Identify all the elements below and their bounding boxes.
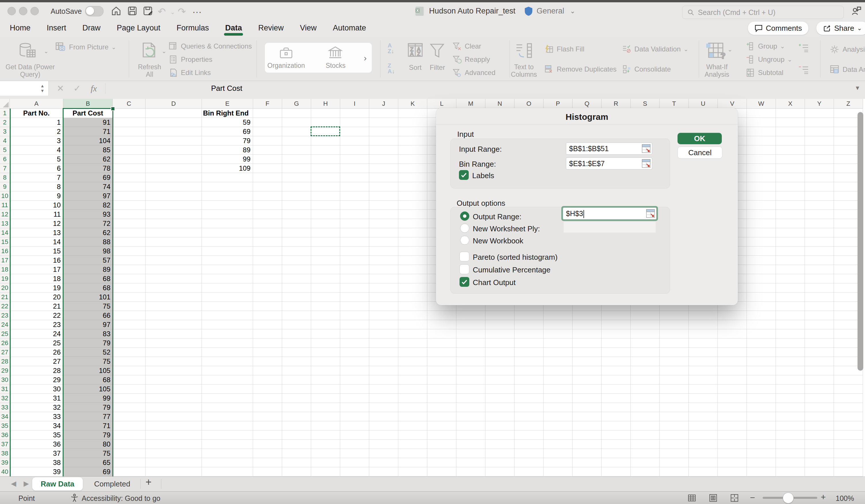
cell-G37[interactable] <box>282 439 311 449</box>
cell-K6[interactable] <box>398 155 427 164</box>
input-range-field[interactable]: $B$1:$B$51 <box>566 142 652 155</box>
cell-H37[interactable] <box>311 439 340 449</box>
row-header-23[interactable]: 23 <box>0 311 10 320</box>
cell-K15[interactable] <box>398 237 427 247</box>
cell-X29[interactable] <box>776 366 805 375</box>
cell-D15[interactable] <box>146 237 202 247</box>
cell-X14[interactable] <box>776 228 805 237</box>
cell-H38[interactable] <box>311 449 340 458</box>
sort-ascending-icon[interactable]: AZ↓ <box>388 43 394 54</box>
cell-E11[interactable] <box>202 201 253 210</box>
cell-K4[interactable] <box>398 136 427 145</box>
row-header-16[interactable]: 16 <box>0 247 10 256</box>
row-header-33[interactable]: 33 <box>0 403 10 412</box>
cell-G21[interactable] <box>282 293 311 302</box>
cell-E39[interactable] <box>202 458 253 467</box>
cell-Y4[interactable] <box>805 136 834 145</box>
cell-J33[interactable] <box>369 403 398 412</box>
cell-S30[interactable] <box>631 375 660 385</box>
cell-X3[interactable] <box>776 127 805 136</box>
people-presence-icon[interactable] <box>851 5 862 17</box>
cell-D40[interactable] <box>146 467 202 477</box>
cell-E25[interactable] <box>202 329 253 339</box>
cell-W21[interactable] <box>747 293 776 302</box>
hide-detail-icon[interactable] <box>797 65 810 75</box>
cell-K38[interactable] <box>398 449 427 458</box>
cell-C14[interactable] <box>113 228 146 237</box>
cell-U24[interactable] <box>689 320 718 329</box>
cell-Z33[interactable] <box>834 403 863 412</box>
undo-icon[interactable]: ↶ <box>158 6 166 17</box>
column-header-K[interactable]: K <box>398 99 427 109</box>
cell-W22[interactable] <box>747 302 776 311</box>
cell-H27[interactable] <box>311 348 340 357</box>
cell-O37[interactable] <box>515 439 543 449</box>
column-header-D[interactable]: D <box>146 99 202 109</box>
cell-K33[interactable] <box>398 403 427 412</box>
cell-A31[interactable]: 30 <box>10 385 63 394</box>
cell-O38[interactable] <box>515 449 543 458</box>
flash-fill-button[interactable]: Flash Fill <box>544 44 584 54</box>
cell-Y34[interactable] <box>805 412 834 421</box>
row-header-31[interactable]: 31 <box>0 385 10 394</box>
cell-P34[interactable] <box>543 412 573 421</box>
cell-H23[interactable] <box>311 311 340 320</box>
cell-Q33[interactable] <box>573 403 602 412</box>
cell-O31[interactable] <box>515 385 543 394</box>
cell-I27[interactable] <box>340 348 369 357</box>
cell-C10[interactable] <box>113 191 146 201</box>
cell-E27[interactable] <box>202 348 253 357</box>
cell-X6[interactable] <box>776 155 805 164</box>
cell-E3[interactable]: 69 <box>202 127 253 136</box>
cell-D31[interactable] <box>146 385 202 394</box>
row-header-36[interactable]: 36 <box>0 431 10 439</box>
cell-Y23[interactable] <box>805 311 834 320</box>
cell-V37[interactable] <box>718 439 747 449</box>
cell-H21[interactable] <box>311 293 340 302</box>
cell-I28[interactable] <box>340 357 369 366</box>
cell-U36[interactable] <box>689 431 718 439</box>
get-data-label[interactable]: Get Data (Power Query) <box>1 63 59 78</box>
cell-V32[interactable] <box>718 394 747 403</box>
cell-L24[interactable] <box>427 320 457 329</box>
cell-A1[interactable]: Part No. <box>10 109 63 118</box>
subtotal-button[interactable]: Subtotal <box>745 68 783 78</box>
reapply-filter-button[interactable]: Reapply <box>452 55 490 65</box>
cell-F29[interactable] <box>253 366 282 375</box>
row-header-11[interactable]: 11 <box>0 201 10 210</box>
cell-D33[interactable] <box>146 403 202 412</box>
cell-F24[interactable] <box>253 320 282 329</box>
cell-F32[interactable] <box>253 394 282 403</box>
cell-G3[interactable] <box>282 127 311 136</box>
advanced-filter-button[interactable]: Advanced <box>452 68 495 78</box>
cell-E8[interactable] <box>202 173 253 182</box>
cell-J14[interactable] <box>369 228 398 237</box>
cell-P24[interactable] <box>543 320 573 329</box>
tab-formulas[interactable]: Formulas <box>176 20 209 36</box>
more-commands-icon[interactable]: … <box>192 4 202 15</box>
cell-C1[interactable] <box>113 109 146 118</box>
cell-K29[interactable] <box>398 366 427 375</box>
cell-U23[interactable] <box>689 311 718 320</box>
cell-H26[interactable] <box>311 339 340 348</box>
cell-H6[interactable] <box>311 155 340 164</box>
cell-X18[interactable] <box>776 265 805 274</box>
cell-V24[interactable] <box>718 320 747 329</box>
cell-L34[interactable] <box>427 412 457 421</box>
cell-D32[interactable] <box>146 394 202 403</box>
cell-Z32[interactable] <box>834 394 863 403</box>
cell-S29[interactable] <box>631 366 660 375</box>
analysis-tools-button[interactable]: Analysis Tools <box>829 44 865 55</box>
cell-Q28[interactable] <box>573 357 602 366</box>
cell-C5[interactable] <box>113 145 146 155</box>
cell-W34[interactable] <box>747 412 776 421</box>
cell-E35[interactable] <box>202 421 253 431</box>
cell-Q29[interactable] <box>573 366 602 375</box>
cell-Y22[interactable] <box>805 302 834 311</box>
cell-O33[interactable] <box>515 403 543 412</box>
cell-W8[interactable] <box>747 173 776 182</box>
cell-I29[interactable] <box>340 366 369 375</box>
row-header-3[interactable]: 3 <box>0 127 10 136</box>
cell-A26[interactable]: 25 <box>10 339 63 348</box>
cell-M28[interactable] <box>457 357 485 366</box>
